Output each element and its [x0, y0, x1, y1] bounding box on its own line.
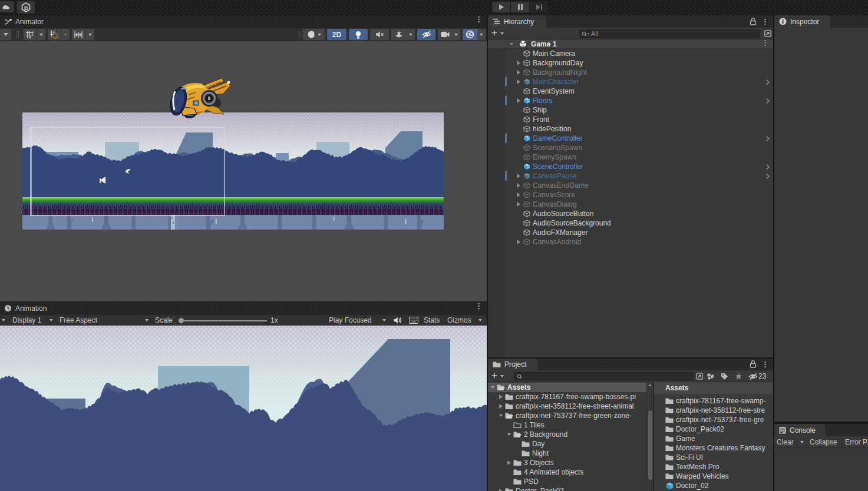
svg-text:Y: Y — [28, 34, 32, 39]
svg-text:p: p — [24, 4, 28, 11]
